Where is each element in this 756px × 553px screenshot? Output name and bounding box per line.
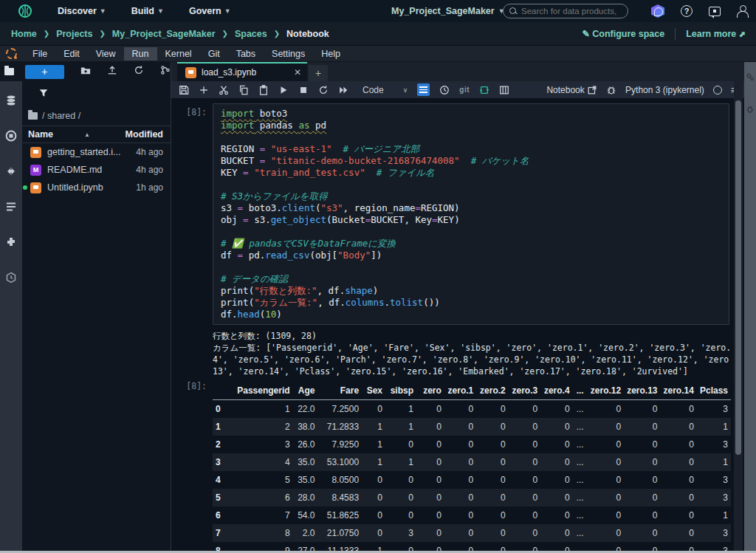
- file-browser-icon[interactable]: [4, 68, 14, 75]
- cell-value: 3: [697, 400, 731, 419]
- menubar-settings[interactable]: Settings: [264, 47, 313, 61]
- file-path[interactable]: / shared /: [22, 106, 171, 126]
- file-list: getting_started.i...4h agoMREADME.md4h a…: [22, 143, 171, 196]
- close-tab-icon[interactable]: ✕: [294, 67, 301, 78]
- run-cell-icon[interactable]: [278, 85, 289, 95]
- user-profile-icon[interactable]: [737, 5, 747, 17]
- help-icon[interactable]: ?: [681, 5, 693, 17]
- cell-value: 0: [476, 400, 508, 419]
- filter-files-icon[interactable]: [38, 88, 49, 100]
- learn-more-link[interactable]: Learn more ⬈: [686, 29, 746, 39]
- cell-value: 0: [509, 489, 540, 506]
- kernel-status-icon[interactable]: [713, 86, 722, 95]
- table-of-contents-icon[interactable]: [5, 201, 17, 216]
- code-line: df.head(10): [221, 309, 729, 320]
- debugger-sidebar-icon[interactable]: [746, 105, 755, 115]
- cell-value: 0: [588, 436, 624, 453]
- table-header: zero.3: [509, 382, 540, 400]
- menubar-tabs[interactable]: Tabs: [228, 47, 264, 61]
- git-clone-icon[interactable]: [160, 65, 171, 78]
- code-editor[interactable]: import boto3import pandas as pd REGION =…: [213, 103, 729, 325]
- cell-value: 0: [385, 471, 416, 489]
- restart-kernel-icon[interactable]: [318, 85, 329, 95]
- menubar-run[interactable]: Run: [124, 47, 157, 61]
- git-sidebar-icon[interactable]: [5, 165, 17, 180]
- property-inspector-icon[interactable]: [746, 72, 755, 83]
- data-icon[interactable]: [5, 95, 17, 109]
- upload-icon[interactable]: [107, 65, 117, 78]
- cell-value: 0: [661, 506, 697, 524]
- code-line: [221, 179, 729, 190]
- stop-kernel-icon[interactable]: [298, 85, 309, 95]
- code-cell[interactable]: [8]: import boto3import pandas as pd REG…: [171, 103, 744, 325]
- menu-build[interactable]: Build▼: [131, 6, 164, 16]
- file-list-header[interactable]: Name ▲ Modified: [22, 126, 171, 143]
- extension-manager-icon[interactable]: [5, 236, 17, 251]
- pencil-icon: ✎: [582, 29, 592, 39]
- cell-value: 1: [697, 418, 731, 436]
- cell-value: 35.0: [293, 453, 318, 471]
- pinned-panel-icon[interactable]: [5, 272, 17, 286]
- new-launcher-button[interactable]: +: [25, 65, 64, 79]
- menubar-kernel[interactable]: Kernel: [157, 47, 200, 61]
- cell-value: 51.8625: [318, 506, 362, 524]
- cell-value: 0: [476, 506, 508, 524]
- breadcrumb-home[interactable]: Home: [11, 29, 37, 39]
- cell-value: 0: [444, 453, 476, 471]
- divider: [675, 28, 676, 40]
- scrollbar-thumb[interactable]: [735, 100, 741, 455]
- cell-value: 0: [540, 524, 572, 542]
- notebook-content[interactable]: [8]: import boto3import pandas as pd REG…: [171, 99, 744, 553]
- stdout-line: 13', 'zero.14', 'Pclass', 'zero.15', 'ze…: [213, 365, 729, 377]
- menu-discover[interactable]: Discover▼: [58, 6, 106, 16]
- code-line: print("カラム一覧:", df.columns.tolist()): [221, 297, 729, 309]
- menubar-git[interactable]: Git: [200, 47, 228, 61]
- tab-load-s3-ipynb[interactable]: load_s3.ipynb ✕: [177, 62, 307, 81]
- search-input[interactable]: [521, 7, 617, 16]
- breadcrumb-spaces[interactable]: Spaces: [235, 29, 267, 39]
- cell-value: 0: [624, 524, 660, 542]
- menu-govern[interactable]: Govern▼: [189, 6, 231, 16]
- menubar-view[interactable]: View: [88, 47, 124, 61]
- run-all-icon[interactable]: [338, 85, 348, 95]
- add-cell-icon[interactable]: [199, 85, 209, 95]
- new-folder-icon[interactable]: [80, 65, 91, 78]
- file-row-readme-md[interactable]: MREADME.md4h ago: [22, 161, 171, 179]
- copy-cell-icon[interactable]: [238, 85, 249, 95]
- menubar-file[interactable]: File: [24, 47, 55, 61]
- breadcrumb-projects[interactable]: Projects: [56, 29, 92, 39]
- configure-space-button[interactable]: ✎ Configure space: [582, 28, 664, 39]
- running-kernels-icon[interactable]: [5, 130, 17, 145]
- open-in-notebook-link[interactable]: Notebook: [546, 85, 597, 95]
- file-row-untitled-ipynb[interactable]: Untitled.ipynb1h ago: [22, 179, 171, 196]
- feedback-icon[interactable]: [709, 7, 721, 16]
- amazon-q-icon[interactable]: [651, 4, 664, 18]
- cell-value: 7.2500: [318, 400, 362, 419]
- sync-space-icon[interactable]: [479, 85, 489, 95]
- breadcrumb-project-name[interactable]: My_Project_SageMaker: [112, 29, 216, 39]
- save-icon[interactable]: [179, 85, 189, 95]
- menubar-edit[interactable]: Edit: [55, 47, 88, 61]
- git-toolbar-label[interactable]: git: [459, 86, 470, 94]
- history-clock-icon[interactable]: [439, 85, 450, 95]
- refresh-icon[interactable]: [134, 65, 144, 78]
- table-view-icon[interactable]: [499, 85, 509, 95]
- paste-cell-icon[interactable]: [258, 85, 269, 95]
- format-lines-button[interactable]: [417, 83, 430, 96]
- cell-type-dropdown[interactable]: Code∨: [362, 85, 408, 95]
- cell-value: 2: [230, 418, 292, 436]
- new-tab-button[interactable]: +: [309, 65, 328, 81]
- file-modified: 4h ago: [136, 147, 163, 157]
- project-selector[interactable]: My_Project_SageMaker▼: [391, 6, 505, 16]
- column-modified[interactable]: Modified: [126, 129, 163, 140]
- kernel-name-label[interactable]: Python 3 (ipykernel): [625, 85, 704, 95]
- notebook-scrollbar[interactable]: [734, 81, 743, 553]
- column-name[interactable]: Name: [28, 129, 53, 140]
- cut-cell-icon[interactable]: [219, 85, 229, 95]
- menubar-help[interactable]: Help: [313, 47, 348, 61]
- folder-icon: [28, 112, 38, 120]
- file-row-getting-started-i-[interactable]: getting_started.i...4h ago: [22, 143, 171, 161]
- global-search[interactable]: [503, 4, 628, 18]
- chevron-down-icon: ▼: [224, 7, 231, 15]
- debugger-bug-icon[interactable]: [606, 85, 616, 95]
